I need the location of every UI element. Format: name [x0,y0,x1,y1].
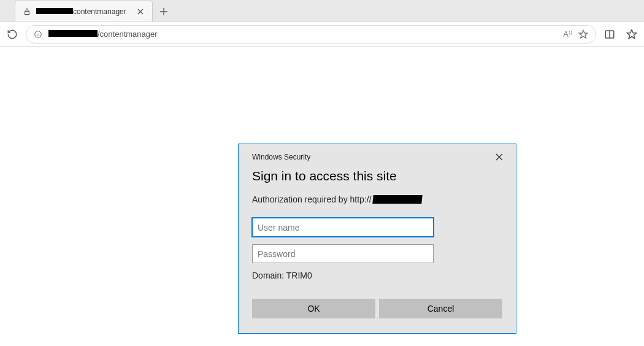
refresh-button[interactable] [4,26,21,43]
redacted-text [372,195,422,204]
favorites-bar-icon[interactable] [623,26,640,43]
svg-marker-7 [627,29,637,38]
tab-title: contentmanager [36,7,126,16]
username-field[interactable] [252,218,434,237]
new-tab-button[interactable] [155,3,172,20]
redacted-text [36,8,73,14]
dialog-buttons: OK Cancel [239,299,516,332]
address-bar[interactable]: /contentmanager A⁾⁾ [26,25,596,44]
favorite-icon[interactable] [578,29,588,39]
dialog-caption: Windows Security [252,153,310,161]
read-aloud-icon[interactable]: A⁾⁾ [563,29,572,39]
browser-toolbar: /contentmanager A⁾⁾ [0,22,644,47]
svg-rect-0 [25,11,29,14]
browser-tab[interactable]: contentmanager [15,1,153,21]
dialog-message: Authorization required by http:// [252,194,502,204]
password-field[interactable] [252,244,434,263]
dialog-title: Sign in to access this site [252,169,502,183]
svg-marker-4 [579,30,587,38]
dialog-header: Windows Security [239,144,516,163]
split-screen-icon[interactable] [601,26,618,43]
domain-label: Domain: TRIM0 [252,271,502,280]
url-text: /contentmanager [48,29,158,39]
redacted-text [48,30,98,37]
close-icon[interactable] [494,152,505,163]
site-info-icon[interactable] [34,30,42,39]
tab-strip: contentmanager [0,0,644,22]
lock-warning-icon [23,7,31,16]
auth-dialog: Windows Security Sign in to access this … [238,144,516,334]
ok-button[interactable]: OK [252,299,375,318]
close-tab-icon[interactable] [136,7,145,16]
cancel-button[interactable]: Cancel [379,299,502,318]
dialog-body: Sign in to access this site Authorizatio… [239,163,516,280]
